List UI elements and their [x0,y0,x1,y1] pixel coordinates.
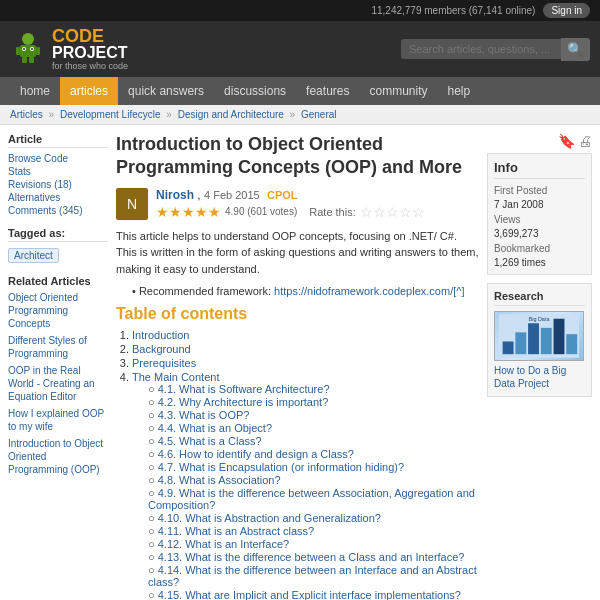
breadcrumb-general[interactable]: General [301,109,337,120]
toc-4-10[interactable]: 4.10. What is Abstraction and Generaliza… [158,512,381,524]
nav-help[interactable]: help [437,77,480,105]
header-search: 🔍 [401,38,590,61]
toc-sub-item: ○ 4.8. What is Association? [148,474,479,486]
print-icon[interactable]: 🖨 [578,133,592,149]
author-name[interactable]: Nirosh [156,188,194,202]
related-oop-real-world[interactable]: OOP in the Real World - Creating an Equa… [8,364,108,403]
toc-sub-item: ○ 4.10. What is Abstraction and Generali… [148,512,479,524]
breadcrumb-dev-lifecycle[interactable]: Development Lifecycle [60,109,161,120]
toc-link-intro[interactable]: Introduction [132,329,189,341]
toc-sub-item: ○ 4.13. What is the difference between a… [148,551,479,563]
nav-discussions[interactable]: discussions [214,77,296,105]
toc-4-9[interactable]: 4.9. What is the difference between Asso… [148,487,475,511]
toc-sub-item: ○ 4.12. What is an Interface? [148,538,479,550]
toc-item-4: The Main Content ○ 4.1. What is Software… [132,371,479,600]
breadcrumb-articles[interactable]: Articles [10,109,43,120]
logo[interactable]: CODE PROJECT for those who code [10,27,128,71]
toc-4-13[interactable]: 4.13. What is the difference between a C… [158,551,465,563]
svg-rect-1 [20,45,36,57]
architect-tag[interactable]: Architect [8,248,59,263]
toc-4-14[interactable]: 4.14. What is the difference between an … [148,564,477,588]
toc-4-3[interactable]: 4.3. What is OOP? [158,409,250,421]
svg-point-0 [22,33,34,45]
search-button[interactable]: 🔍 [561,38,590,61]
related-articles: Related Articles Object Oriented Program… [8,275,108,476]
toc-item-3: Prerequisites [132,357,479,369]
toc-4-12[interactable]: 4.12. What is an Interface? [158,538,289,550]
research-link[interactable]: How to Do a Big Data Project [494,364,585,390]
toc-sub-item: ○ 4.5. What is a Class? [148,435,479,447]
toc-sub-item: ○ 4.14. What is the difference between a… [148,564,479,588]
toc-4-4[interactable]: 4.4. What is an Object? [158,422,272,434]
nav-community[interactable]: community [359,77,437,105]
toc-link-prerequisites[interactable]: Prerequisites [132,357,196,369]
tagged-as-label: Tagged as: [8,227,108,242]
views-value: 3,699,273 [494,228,585,239]
search-input[interactable] [401,39,561,59]
comments-link[interactable]: Comments (345) [8,204,108,217]
svg-point-8 [23,48,25,50]
right-sidebar: 🔖 🖨 Info First Posted 7 Jan 2008 Views 3… [487,133,592,600]
rate-label: Rate this: [309,206,355,218]
stars-filled: ★★★★★ [156,204,221,220]
bookmarked-value: 1,269 times [494,257,585,268]
toc-sub-item: ○ 4.15. What are Implicit and Explicit i… [148,589,479,600]
related-oop-concepts[interactable]: Object Oriented Programming Concepts [8,291,108,330]
breadcrumb-design-arch[interactable]: Design and Architecture [178,109,284,120]
related-styles-programming[interactable]: Different Styles of Programming [8,334,108,360]
meta-details: Nirosh , 4 Feb 2015 CPOL ★★★★★ 4.90 (601… [156,188,425,220]
article-title: Introduction to Object Oriented Programm… [116,133,479,180]
sign-in-button[interactable]: Sign in [543,3,590,18]
research-box: Research Big Data How to Do a Big Data P… [487,283,592,397]
stars-area: ★★★★★ 4.90 (601 votes) Rate this: ☆☆☆☆☆ [156,204,425,220]
article-date: 4 Feb 2015 [204,189,260,201]
first-posted-value: 7 Jan 2008 [494,199,585,210]
svg-rect-2 [16,47,20,55]
nav-articles[interactable]: articles [60,77,118,105]
alternatives-link[interactable]: Alternatives [8,191,108,204]
print-icons: 🔖 🖨 [487,133,592,149]
nav-home[interactable]: home [10,77,60,105]
toc-link-main[interactable]: The Main Content [132,371,219,383]
tags-section: Tagged as: Architect [8,227,108,265]
toc-sub-item: ○ 4.7. What is Encapsulation (or informa… [148,461,479,473]
left-sidebar: Article Browse Code Stats Revisions (18)… [8,133,108,600]
toc-item-1: Introduction [132,329,479,341]
logo-robot-icon [10,31,46,67]
svg-text:Big Data: Big Data [529,316,551,322]
related-title: Related Articles [8,275,108,287]
toc-sub-item: ○ 4.9. What is the difference between As… [148,487,479,511]
cpol-badge[interactable]: CPOL [267,189,298,201]
toc-sub-list: ○ 4.1. What is Software Architecture? ○ … [148,383,479,600]
revisions-link[interactable]: Revisions (18) [8,178,108,191]
toc-4-5[interactable]: 4.5. What is a Class? [158,435,262,447]
toc-main-list: Introduction Background Prerequisites Th… [132,329,479,600]
logo-tagline: for those who code [52,61,128,71]
toc-link-background[interactable]: Background [132,343,191,355]
toc-4-15[interactable]: 4.15. What are Implicit and Explicit int… [158,589,461,600]
toc-4-8[interactable]: 4.8. What is Association? [158,474,281,486]
browse-code-link[interactable]: Browse Code [8,152,108,165]
toc-4-1[interactable]: 4.1. What is Software Architecture? [158,383,330,395]
toc-4-6[interactable]: 4.6. How to identify and design a Class? [158,448,354,460]
related-intro-oop[interactable]: Introduction to Object Oriented Programm… [8,437,108,476]
related-oop-wife[interactable]: How I explained OOP to my wife [8,407,108,433]
toc-sub-item: ○ 4.3. What is OOP? [148,409,479,421]
nav-quick-answers[interactable]: quick answers [118,77,214,105]
toc-title: Table of contents [116,305,479,323]
research-thumb-image: Big Data [499,312,579,360]
stats-link[interactable]: Stats [8,165,108,178]
views-row: Views [494,214,585,225]
toc-sub-item: ○ 4.1. What is Software Architecture? [148,383,479,395]
article-section-title: Article [8,133,108,148]
svg-rect-4 [22,57,27,63]
rate-stars[interactable]: ☆☆☆☆☆ [360,204,425,220]
nav-features[interactable]: features [296,77,359,105]
toc-4-11[interactable]: 4.11. What is an Abstract class? [158,525,315,537]
recommended-link[interactable]: https://nidoframework.codeplex.com/[^] [274,285,464,297]
toc-4-7[interactable]: 4.7. What is Encapsulation (or informati… [158,461,404,473]
toc-4-2[interactable]: 4.2. Why Architecture is important? [158,396,329,408]
bookmark-icon[interactable]: 🔖 [558,133,575,149]
logo-project: PROJECT [52,45,128,61]
svg-rect-3 [36,47,40,55]
